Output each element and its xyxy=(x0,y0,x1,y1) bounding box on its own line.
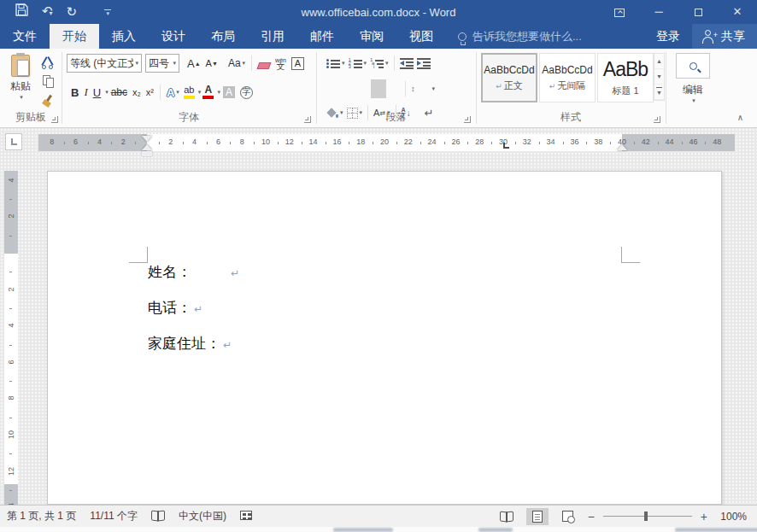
font-name-dropdown-icon[interactable]: ▾ xyxy=(135,60,138,67)
distributed-button[interactable] xyxy=(386,79,402,98)
multilevel-list-button[interactable]: 1ai▾ xyxy=(368,54,390,73)
print-layout-button[interactable] xyxy=(526,508,549,525)
insert-mode-icon[interactable] xyxy=(240,511,252,523)
first-line-indent-marker[interactable] xyxy=(142,136,152,142)
highlight-color-button[interactable]: ab xyxy=(182,84,197,101)
style-scroll-down-button[interactable]: ▼ xyxy=(654,69,664,85)
web-layout-button[interactable] xyxy=(557,508,579,525)
zoom-level[interactable]: 100% xyxy=(716,511,747,523)
tell-me-box[interactable]: 告诉我您想要做什么... xyxy=(458,24,582,49)
h-ruler-tick xyxy=(349,142,349,144)
strikethrough-button[interactable]: abc xyxy=(109,83,130,102)
font-dialog-launcher[interactable] xyxy=(304,116,311,123)
undo-button[interactable]: ↶▾ xyxy=(35,0,60,26)
paste-label: 粘贴 xyxy=(5,79,36,94)
zoom-slider[interactable] xyxy=(603,516,692,517)
word-count[interactable]: 11/11 个字 xyxy=(90,509,138,523)
repeat-button[interactable]: ↻ xyxy=(60,0,85,24)
tab-引用[interactable]: 引用 xyxy=(248,24,297,49)
underline-button[interactable]: U xyxy=(91,83,103,102)
save-icon[interactable] xyxy=(9,0,35,24)
style-card-正文[interactable]: AaBbCcDd↵正文 xyxy=(481,53,537,102)
enclose-characters-button[interactable]: 字 xyxy=(238,83,255,102)
ribbon-display-options-button[interactable] xyxy=(600,0,639,24)
shrink-font-button[interactable]: A▼ xyxy=(203,54,220,73)
h-ruler-number: 24 xyxy=(427,137,437,146)
number-list-button[interactable]: 123▾ xyxy=(347,54,369,73)
italic-button[interactable]: I xyxy=(81,83,90,102)
phonetic-guide-button[interactable]: wén文 xyxy=(273,54,289,73)
document-text-line[interactable]: 电话：↵ xyxy=(148,298,202,318)
share-button[interactable]: + 共享 xyxy=(692,24,757,49)
align-center-button[interactable] xyxy=(340,79,355,98)
grow-font-button[interactable]: A▲ xyxy=(185,54,203,73)
style-scroll-up-button[interactable]: ▲ xyxy=(654,54,664,69)
left-indent-marker[interactable] xyxy=(142,151,152,156)
character-shading-button[interactable]: A xyxy=(220,83,238,102)
language-indicator[interactable]: 中文(中国) xyxy=(179,509,226,523)
bold-button[interactable]: B xyxy=(68,83,81,102)
zoom-in-button[interactable]: + xyxy=(701,510,707,523)
tab-视图[interactable]: 视图 xyxy=(396,24,446,49)
styles-dialog-launcher[interactable] xyxy=(654,116,660,123)
undo-dropdown-icon[interactable]: ▾ xyxy=(50,9,53,17)
hanging-indent-marker[interactable] xyxy=(142,144,152,150)
copy-icon[interactable] xyxy=(41,75,56,89)
vertical-ruler[interactable]: 422468101214 xyxy=(4,171,18,505)
customize-qat-button[interactable]: ▾ xyxy=(96,9,120,15)
line-spacing-button[interactable]: ↕▾ xyxy=(409,79,437,98)
cut-icon[interactable] xyxy=(41,56,56,69)
text-effects-button[interactable]: A▾ xyxy=(164,83,182,102)
style-card-无间隔[interactable]: AaBbCcDd↵无间隔 xyxy=(539,53,596,102)
increase-indent-button[interactable] xyxy=(415,54,432,73)
format-painter-icon[interactable] xyxy=(41,95,56,108)
font-size-dropdown-icon[interactable]: ▾ xyxy=(173,60,176,67)
v-ruler-number: 10 xyxy=(7,430,15,440)
sign-in-button[interactable]: 登录 xyxy=(644,24,692,49)
zoom-out-button[interactable]: − xyxy=(588,510,595,523)
bullet-list-button[interactable]: ▾ xyxy=(325,54,347,73)
proofing-icon[interactable] xyxy=(151,511,165,523)
clipboard-dialog-launcher[interactable] xyxy=(51,116,58,123)
document-page[interactable]: 姓名：↵电话：↵家庭住址：↵ xyxy=(47,171,722,505)
superscript-button[interactable]: x² xyxy=(144,83,156,102)
paste-button[interactable]: 粘贴 ▾ xyxy=(5,53,36,114)
align-right-button[interactable] xyxy=(355,79,371,98)
justify-button[interactable] xyxy=(371,79,386,98)
font-color-button[interactable]: A xyxy=(201,84,215,101)
character-border-button[interactable]: A xyxy=(289,54,307,73)
paste-dropdown-icon[interactable]: ▾ xyxy=(7,94,36,101)
right-indent-marker[interactable] xyxy=(617,144,627,150)
v-ruler-number: 4 xyxy=(7,175,15,185)
style-gallery-more-button[interactable]: ▼ xyxy=(654,85,664,100)
tab-审阅[interactable]: 审阅 xyxy=(347,24,396,49)
change-case-button[interactable]: Aa▾ xyxy=(226,54,248,73)
read-mode-button[interactable] xyxy=(496,508,518,525)
tab-stop-marker[interactable] xyxy=(503,143,509,149)
subscript-button[interactable]: x₂ xyxy=(130,83,144,102)
tab-selector-button[interactable] xyxy=(5,133,22,150)
maximize-button[interactable] xyxy=(678,0,718,24)
tab-布局[interactable]: 布局 xyxy=(198,24,248,49)
decrease-indent-button[interactable] xyxy=(398,54,415,73)
tab-file[interactable]: 文件 xyxy=(0,24,50,49)
align-left-button[interactable] xyxy=(325,79,340,98)
paragraph-dialog-launcher[interactable] xyxy=(464,116,471,123)
zoom-slider-thumb[interactable] xyxy=(644,512,648,521)
font-name-combo[interactable]: 等线 (中文正文 ▾ xyxy=(67,54,142,73)
close-button[interactable]: ✕ xyxy=(718,0,757,24)
style-card-标题 1[interactable]: AaBb标题 1 xyxy=(597,53,654,102)
page-indicator[interactable]: 第 1 页, 共 1 页 xyxy=(7,509,76,523)
editing-button[interactable]: 编辑 ▾ xyxy=(672,53,714,104)
minimize-button[interactable]: ─ xyxy=(639,0,678,24)
tab-邮件[interactable]: 邮件 xyxy=(297,24,347,49)
tab-开始[interactable]: 开始 xyxy=(50,24,99,49)
tab-插入[interactable]: 插入 xyxy=(99,24,149,49)
tab-设计[interactable]: 设计 xyxy=(149,24,198,49)
style-preview: AaBbCcDd xyxy=(484,64,534,76)
document-text-line[interactable]: 姓名：↵ xyxy=(148,262,239,282)
collapse-ribbon-button[interactable]: ∧ xyxy=(737,113,743,122)
document-text-line[interactable]: 家庭住址：↵ xyxy=(148,334,232,354)
clear-formatting-button[interactable] xyxy=(255,54,273,73)
font-size-combo[interactable]: 四号 ▾ xyxy=(145,54,179,73)
